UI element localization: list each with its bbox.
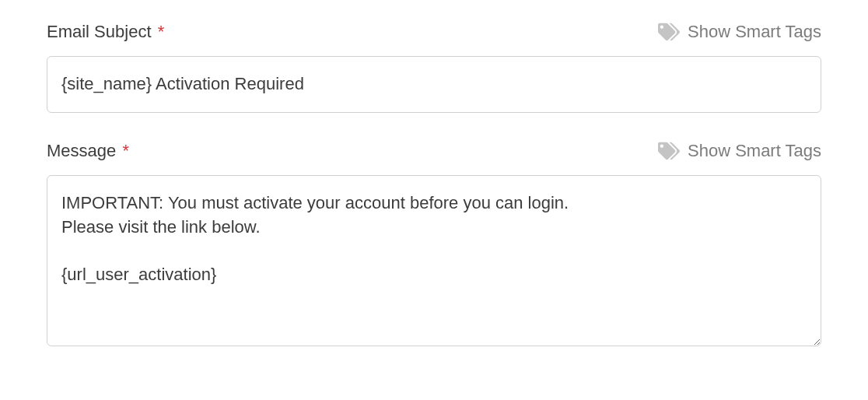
email-subject-input[interactable] bbox=[47, 56, 821, 113]
message-textarea[interactable] bbox=[47, 175, 821, 346]
show-smart-tags-message[interactable]: Show Smart Tags bbox=[658, 141, 821, 161]
email-subject-label-row: Email Subject * Show Smart Tags bbox=[47, 22, 821, 42]
email-subject-group: Email Subject * Show Smart Tags bbox=[47, 22, 821, 113]
tag-icon bbox=[658, 142, 680, 160]
message-group: Message * Show Smart Tags bbox=[47, 141, 821, 349]
message-label: Message * bbox=[47, 141, 129, 161]
tag-icon bbox=[658, 23, 680, 41]
email-subject-label: Email Subject * bbox=[47, 22, 164, 42]
show-smart-tags-subject[interactable]: Show Smart Tags bbox=[658, 22, 821, 42]
message-label-row: Message * Show Smart Tags bbox=[47, 141, 821, 161]
required-indicator: * bbox=[158, 22, 165, 41]
required-indicator: * bbox=[122, 141, 129, 160]
show-smart-tags-message-label: Show Smart Tags bbox=[688, 141, 821, 161]
email-subject-label-text: Email Subject bbox=[47, 22, 152, 41]
show-smart-tags-subject-label: Show Smart Tags bbox=[688, 22, 821, 42]
message-label-text: Message bbox=[47, 141, 116, 160]
